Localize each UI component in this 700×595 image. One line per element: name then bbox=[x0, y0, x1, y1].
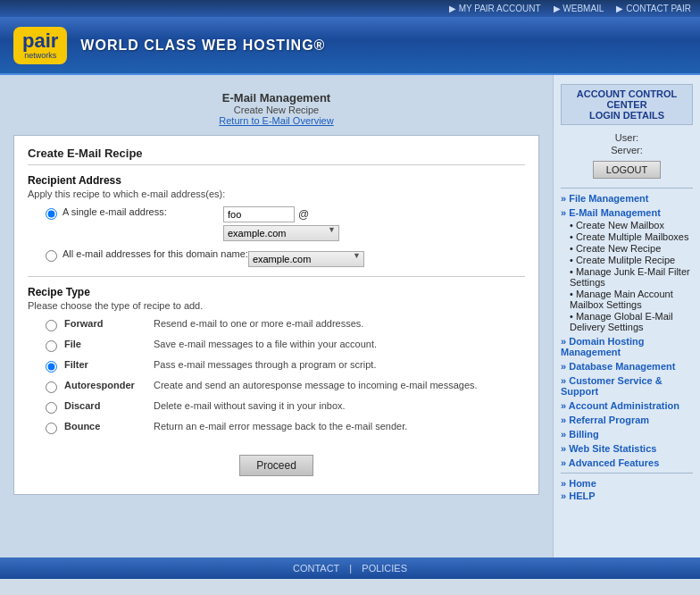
sidebar-sub-link-1-1[interactable]: Create Multiple Mailboxes bbox=[561, 231, 693, 242]
recipe-type-radio-discard[interactable] bbox=[46, 402, 57, 414]
recipe-type-name-file: File bbox=[64, 339, 154, 349]
recipe-type-desc-bounce: Return an e-mail error message back to t… bbox=[154, 421, 525, 432]
sidebar-sub-link-1-2[interactable]: Create New Recipe bbox=[561, 243, 693, 254]
recipe-type-radio-bounce[interactable] bbox=[46, 423, 57, 434]
sidebar-bottom-link-0[interactable]: Home bbox=[561, 478, 693, 489]
sidebar-header-line2: LOGIN DETAILS bbox=[563, 110, 690, 121]
sidebar-divider-1 bbox=[561, 188, 693, 189]
sidebar-section: Database Management bbox=[561, 361, 693, 372]
sidebar-sub-link-1-4[interactable]: Manage Junk E-Mail Filter Settings bbox=[561, 266, 693, 288]
sidebar-divider-2 bbox=[561, 473, 693, 473]
recipe-type-radio-autoresponder[interactable] bbox=[46, 381, 57, 393]
sidebar-main-link-2[interactable]: Domain Hosting Management bbox=[561, 336, 693, 357]
recipe-type-row: BounceReturn an e-mail error message bac… bbox=[28, 421, 525, 434]
recipe-type-desc-autoresponder: Create and send an autoresponse message … bbox=[154, 380, 525, 390]
sidebar-main-link-4[interactable]: Customer Service & Support bbox=[561, 375, 693, 397]
my-pair-account-link[interactable]: MY PAIR ACCOUNT bbox=[449, 4, 541, 13]
recipe-type-section-desc: Please choose the type of recipe to add. bbox=[28, 300, 525, 311]
recipient-section-title: Recipient Address bbox=[28, 174, 525, 187]
user-label: User: bbox=[561, 132, 693, 143]
recipe-type-name-filter: Filter bbox=[64, 359, 154, 370]
recipient-section-desc: Apply this recipe to which e-mail addres… bbox=[28, 189, 525, 199]
single-address-radio[interactable] bbox=[46, 208, 57, 220]
sidebar-main-link-7[interactable]: Billing bbox=[561, 429, 693, 440]
recipe-type-name-autoresponder: Autoresponder bbox=[64, 380, 154, 390]
tagline: WORLD CLASS WEB HOSTING® bbox=[80, 38, 325, 54]
sidebar-section: Domain Hosting Management bbox=[561, 336, 693, 357]
sidebar-main-link-5[interactable]: Account Administration bbox=[561, 400, 693, 411]
form-container: Create E-Mail Recipe Recipient Address A… bbox=[13, 135, 539, 495]
sidebar-section: Billing bbox=[561, 429, 693, 440]
sidebar-nav: File ManagementE-Mail ManagementCreate N… bbox=[561, 193, 693, 468]
footer: CONTACT | POLICIES bbox=[0, 557, 700, 579]
recipe-type-name-discard: Discard bbox=[64, 400, 154, 411]
top-nav: MY PAIR ACCOUNT WEBMAIL CONTACT PAIR bbox=[0, 0, 700, 17]
sidebar-section: Account Administration bbox=[561, 400, 693, 411]
sidebar-sub-link-1-3[interactable]: Create Mulitple Recipe bbox=[561, 255, 693, 265]
all-domain-select[interactable]: example.com bbox=[248, 251, 364, 267]
sidebar-section: File Management bbox=[561, 193, 693, 204]
recipe-type-row: FileSave e-mail messages to a file withi… bbox=[28, 339, 525, 352]
header: pair networks WORLD CLASS WEB HOSTING® bbox=[0, 17, 700, 75]
recipe-type-row: ForwardResend e-mail to one or more e-ma… bbox=[28, 318, 525, 331]
sidebar-bottom-link-1[interactable]: HELP bbox=[561, 490, 693, 501]
recipe-type-name-bounce: Bounce bbox=[64, 421, 154, 432]
single-domain-select[interactable]: example.com bbox=[223, 225, 339, 241]
server-label: Server: bbox=[561, 145, 693, 155]
recipe-type-desc-file: Save e-mail messages to a file within yo… bbox=[154, 339, 525, 349]
recipe-type-desc-filter: Pass e-mail messages through a program o… bbox=[154, 359, 525, 370]
body-wrapper: E-Mail Management Create New Recipe Retu… bbox=[0, 75, 700, 557]
at-sign: @ bbox=[298, 208, 309, 221]
recipe-type-name-forward: Forward bbox=[64, 318, 154, 329]
single-address-input-group: @ example.com bbox=[223, 206, 339, 241]
breadcrumb-return-link[interactable]: Return to E-Mail Overview bbox=[13, 115, 539, 126]
form-title: Create E-Mail Recipe bbox=[28, 147, 525, 165]
domain-select-wrapper: example.com bbox=[223, 222, 339, 241]
sidebar: ACCOUNT CONTROL CENTER LOGIN DETAILS Use… bbox=[553, 75, 700, 557]
sidebar-header: ACCOUNT CONTROL CENTER LOGIN DETAILS bbox=[561, 84, 693, 125]
email-prefix-input[interactable] bbox=[223, 206, 295, 222]
sidebar-main-link-8[interactable]: Web Site Statistics bbox=[561, 443, 693, 454]
sidebar-section: Web Site Statistics bbox=[561, 443, 693, 454]
webmail-link[interactable]: WEBMAIL bbox=[554, 4, 604, 13]
recipe-types: ForwardResend e-mail to one or more e-ma… bbox=[28, 318, 525, 434]
sidebar-section: Advanced Features bbox=[561, 457, 693, 468]
breadcrumb-sub: Create New Recipe bbox=[13, 105, 539, 115]
recipe-type-radio-filter[interactable] bbox=[46, 361, 57, 373]
recipe-type-row: DiscardDelete e-mail without saving it i… bbox=[28, 400, 525, 414]
logo: pair networks bbox=[13, 27, 67, 64]
sidebar-section: Customer Service & Support bbox=[561, 375, 693, 397]
sidebar-main-link-9[interactable]: Advanced Features bbox=[561, 457, 693, 468]
logo-networks-text: networks bbox=[22, 51, 58, 60]
sidebar-main-link-3[interactable]: Database Management bbox=[561, 361, 693, 372]
sidebar-bottom-links: HomeHELP bbox=[561, 478, 693, 501]
logout-button[interactable]: LOGOUT bbox=[593, 161, 661, 179]
main-content: E-Mail Management Create New Recipe Retu… bbox=[0, 75, 553, 557]
recipe-type-row: FilterPass e-mail messages through a pro… bbox=[28, 359, 525, 373]
recipe-type-desc-discard: Delete e-mail without saving it in your … bbox=[154, 400, 525, 411]
policies-footer-link[interactable]: POLICIES bbox=[362, 563, 407, 574]
logo-pair-text: pair bbox=[22, 29, 58, 52]
sidebar-sub-link-1-0[interactable]: Create New Mailbox bbox=[561, 220, 693, 230]
recipe-type-radio-forward[interactable] bbox=[46, 320, 57, 331]
single-address-row: A single e-mail address: @ example.com bbox=[28, 206, 525, 241]
sidebar-section: Referral Program bbox=[561, 415, 693, 425]
proceed-btn-wrapper: Proceed bbox=[28, 441, 525, 483]
contact-footer-link[interactable]: CONTACT bbox=[293, 563, 339, 574]
recipe-type-radio-file[interactable] bbox=[46, 340, 57, 352]
all-addresses-label: All e-mail addresses for this domain nam… bbox=[62, 248, 248, 259]
single-address-label: A single e-mail address: bbox=[62, 206, 223, 217]
all-addresses-radio[interactable] bbox=[46, 250, 57, 262]
sidebar-sub-link-1-6[interactable]: Manage Global E-Mail Delivery Settings bbox=[561, 311, 693, 332]
contact-pair-link[interactable]: CONTACT PAIR bbox=[616, 4, 691, 13]
sidebar-header-line1: ACCOUNT CONTROL CENTER bbox=[563, 88, 690, 110]
sidebar-sub-link-1-5[interactable]: Manage Main Account Mailbox Settings bbox=[561, 289, 693, 310]
sidebar-main-link-6[interactable]: Referral Program bbox=[561, 415, 693, 425]
proceed-button[interactable]: Proceed bbox=[239, 455, 313, 476]
sidebar-main-link-0[interactable]: File Management bbox=[561, 193, 693, 204]
recipe-type-section-title: Recipe Type bbox=[28, 286, 525, 298]
breadcrumb-title: E-Mail Management bbox=[13, 91, 539, 105]
section-divider-1 bbox=[28, 276, 525, 277]
login-details: User: Server: bbox=[561, 132, 693, 155]
sidebar-main-link-1[interactable]: E-Mail Management bbox=[561, 207, 693, 218]
